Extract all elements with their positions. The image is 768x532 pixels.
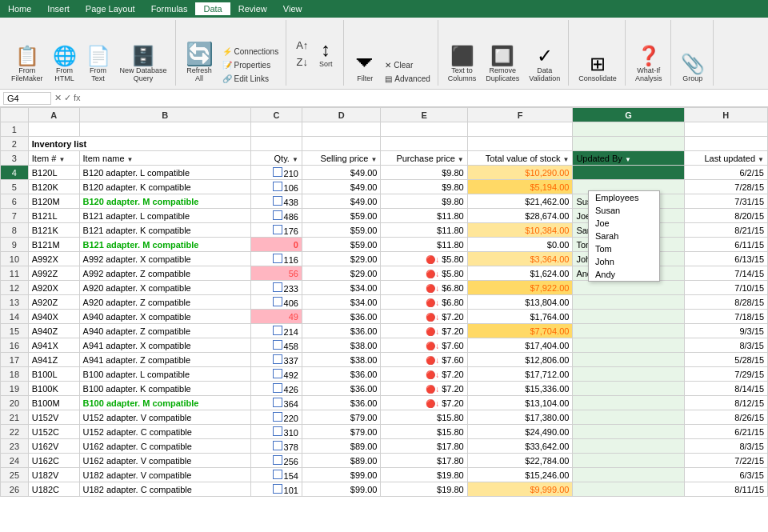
cell-f6[interactable]: $21,462.00 <box>467 194 573 209</box>
cell-g24[interactable] <box>573 454 684 468</box>
cell-c19[interactable]: 426 <box>251 382 302 396</box>
cell-c26[interactable]: 101 <box>251 482 302 497</box>
cell-b4[interactable]: B120 adapter. L compatible <box>79 166 251 180</box>
cell-e24[interactable]: $17.80 <box>381 454 467 468</box>
cell-d17[interactable]: $38.00 <box>302 353 381 367</box>
cell-e22[interactable]: $15.80 <box>381 425 467 439</box>
cell-b17[interactable]: A941 adapter. Z compatible <box>79 353 251 367</box>
cell-d18[interactable]: $36.00 <box>302 367 381 382</box>
dropdown-item-sarah[interactable]: Sarah <box>589 230 659 242</box>
cell-h22[interactable]: 6/21/15 <box>684 425 767 439</box>
cell-c22[interactable]: 310 <box>251 425 302 439</box>
updated-by-dropdown[interactable]: Employees Susan Joe Sarah Tom John Andy <box>588 190 660 282</box>
cell-c23[interactable]: 378 <box>251 439 302 454</box>
cell-c5[interactable]: 106 <box>251 180 302 194</box>
cell-c12[interactable]: 233 <box>251 281 302 295</box>
cell-h19[interactable]: 8/14/15 <box>684 382 767 396</box>
menu-data[interactable]: Data <box>195 2 230 15</box>
cell-e19[interactable]: 🔴↓ $7.20 <box>381 382 467 396</box>
data-validation-button[interactable]: ✓ DataValidation <box>526 45 563 84</box>
col-header-g[interactable]: G <box>573 108 684 122</box>
cell-b18[interactable]: B100 adapter. L compatible <box>79 367 251 382</box>
menu-review[interactable]: Review <box>230 2 275 15</box>
cell-e15[interactable]: 🔴↓ $7.20 <box>381 324 467 338</box>
cell-a21[interactable]: U152V <box>28 410 79 425</box>
remove-duplicates-button[interactable]: 🔲 RemoveDuplicates <box>482 45 522 84</box>
function-icon[interactable]: fx <box>74 93 81 103</box>
menu-home[interactable]: Home <box>0 2 39 15</box>
from-filemaker-button[interactable]: 📋 FromFileMaker <box>8 45 46 84</box>
cell-e25[interactable]: $19.80 <box>381 468 467 482</box>
cell-d2[interactable] <box>302 137 381 151</box>
cell-h17[interactable]: 5/28/15 <box>684 353 767 367</box>
cell-h8[interactable]: 8/21/15 <box>684 223 767 238</box>
cell-b12[interactable]: A920 adapter. X compatible <box>79 281 251 295</box>
cell-h25[interactable]: 6/3/15 <box>684 468 767 482</box>
cell-e20[interactable]: 🔴↓ $7.20 <box>381 396 467 410</box>
header-qty[interactable]: Qty. ▼ <box>251 151 302 166</box>
cell-e13[interactable]: 🔴↓ $6.80 <box>381 295 467 310</box>
cell-a6[interactable]: B120M <box>28 194 79 209</box>
cell-f26[interactable]: $9,999.00 <box>467 482 573 497</box>
cell-h24[interactable]: 7/22/15 <box>684 454 767 468</box>
cell-g23[interactable] <box>573 439 684 454</box>
cell-f20[interactable]: $13,104.00 <box>467 396 573 410</box>
cell-a26[interactable]: U182C <box>28 482 79 497</box>
cell-e1[interactable] <box>381 122 467 137</box>
cell-c24[interactable]: 256 <box>251 454 302 468</box>
from-text-button[interactable]: 📄 FromText <box>83 45 114 84</box>
cell-g2[interactable] <box>573 137 684 151</box>
refresh-all-button[interactable]: 🔄 RefreshAll <box>182 42 217 84</box>
cell-c21[interactable]: 220 <box>251 410 302 425</box>
cell-d12[interactable]: $34.00 <box>302 281 381 295</box>
cell-c2[interactable] <box>251 137 302 151</box>
cell-c8[interactable]: 176 <box>251 223 302 238</box>
dropdown-item-susan[interactable]: Susan <box>589 204 659 217</box>
header-name[interactable]: Item name ▼ <box>79 151 251 166</box>
edit-links-button[interactable]: 🔗 Edit Links <box>220 74 282 84</box>
cell-b14[interactable]: A940 adapter. X compatible <box>79 310 251 324</box>
col-header-f[interactable]: F <box>467 108 573 122</box>
cell-e12[interactable]: 🔴↓ $6.80 <box>381 281 467 295</box>
cell-h10[interactable]: 6/13/15 <box>684 252 767 266</box>
formula-input[interactable] <box>84 94 765 103</box>
cell-f13[interactable]: $13,804.00 <box>467 295 573 310</box>
cell-h7[interactable]: 8/20/15 <box>684 209 767 223</box>
cell-a25[interactable]: U182V <box>28 468 79 482</box>
new-database-query-button[interactable]: 🗄️ New DatabaseQuery <box>117 45 170 84</box>
cell-c20[interactable]: 364 <box>251 396 302 410</box>
cell-b10[interactable]: A992 adapter. X compatible <box>79 252 251 266</box>
cell-d9[interactable]: $59.00 <box>302 238 381 252</box>
cell-d6[interactable]: $49.00 <box>302 194 381 209</box>
header-purch[interactable]: Purchase price ▼ <box>381 151 467 166</box>
cell-h18[interactable]: 7/29/15 <box>684 367 767 382</box>
cell-b1[interactable] <box>79 122 251 137</box>
cell-f8[interactable]: $10,384.00 <box>467 223 573 238</box>
cell-g25[interactable] <box>573 468 684 482</box>
cell-c6[interactable]: 438 <box>251 194 302 209</box>
cell-g15[interactable] <box>573 324 684 338</box>
cell-b5[interactable]: B120 adapter. K compatible <box>79 180 251 194</box>
cell-a17[interactable]: A941Z <box>28 353 79 367</box>
col-header-e[interactable]: E <box>381 108 467 122</box>
cell-h20[interactable]: 8/12/15 <box>684 396 767 410</box>
consolidate-button[interactable]: ⊞ Consolidate <box>575 53 620 84</box>
dropdown-item-john[interactable]: John <box>589 255 659 268</box>
cell-h1[interactable] <box>684 122 767 137</box>
cell-e11[interactable]: 🔴↓ $5.80 <box>381 266 467 281</box>
clear-button[interactable]: ✕ Clear <box>382 60 432 70</box>
cell-a19[interactable]: B100K <box>28 382 79 396</box>
cell-reference[interactable] <box>3 92 51 105</box>
cell-f25[interactable]: $15,246.00 <box>467 468 573 482</box>
cell-d1[interactable] <box>302 122 381 137</box>
cell-g20[interactable] <box>573 396 684 410</box>
cell-b25[interactable]: U182 adapter. V compatible <box>79 468 251 482</box>
sort-button[interactable]: ↕️ Sort <box>313 38 338 70</box>
cell-c1[interactable] <box>251 122 302 137</box>
cell-f15[interactable]: $7,704.00 <box>467 324 573 338</box>
cell-g26[interactable] <box>573 482 684 497</box>
cell-h4[interactable]: 6/2/15 <box>684 166 767 180</box>
cell-a9[interactable]: B121M <box>28 238 79 252</box>
cell-c18[interactable]: 492 <box>251 367 302 382</box>
cell-h2[interactable] <box>684 137 767 151</box>
